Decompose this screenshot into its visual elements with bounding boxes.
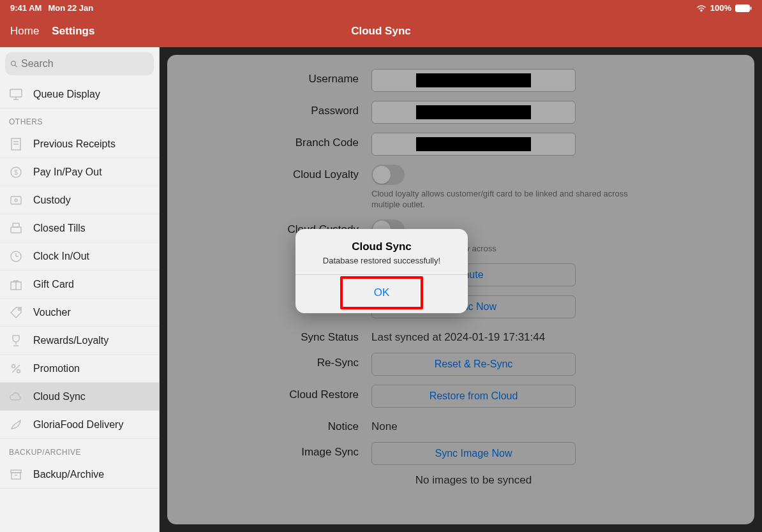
status-time: 9:41 AM xyxy=(10,3,41,13)
svg-rect-4 xyxy=(10,89,22,97)
svg-rect-15 xyxy=(13,223,19,227)
svg-rect-28 xyxy=(11,473,20,479)
sidebar-item-gloriafood[interactable]: GloriaFood Delivery xyxy=(0,411,159,439)
sidebar-item-label: Voucher xyxy=(33,307,71,318)
password-field[interactable] xyxy=(371,101,576,124)
sidebar-item-pay-in-out[interactable]: $Pay In/Pay Out xyxy=(0,158,159,186)
alert-ok-button[interactable]: OK xyxy=(343,279,421,307)
section-header-backup: BACKUP/ARCHIVE xyxy=(0,439,159,461)
svg-point-24 xyxy=(12,364,15,367)
branch-label: Branch Code xyxy=(167,133,371,149)
sidebar-item-label: Promotion xyxy=(33,363,80,374)
restore-from-cloud-button[interactable]: Restore from Cloud xyxy=(371,385,576,408)
sidebar-item-label: GloriaFood Delivery xyxy=(33,419,123,431)
password-label: Password xyxy=(167,101,371,117)
svg-point-25 xyxy=(17,369,20,373)
alert-title: Cloud Sync xyxy=(303,240,460,253)
svg-rect-1 xyxy=(751,7,752,10)
image-sync-label: Image Sync xyxy=(167,442,371,459)
sidebar-item-label: Pay In/Pay Out xyxy=(33,166,102,178)
svg-line-26 xyxy=(12,365,20,373)
status-date: Mon 22 Jan xyxy=(48,3,93,13)
svg-text:$: $ xyxy=(14,169,18,176)
search-input[interactable] xyxy=(21,58,149,70)
nav-home[interactable]: Home xyxy=(10,25,39,38)
svg-point-13 xyxy=(15,199,17,202)
till-icon xyxy=(8,220,24,237)
alert-dialog: Cloud Sync Database restored successfull… xyxy=(295,229,468,313)
sidebar-item-backup[interactable]: Backup/Archive xyxy=(0,461,159,489)
sidebar-item-closed-tills[interactable]: Closed Tills xyxy=(0,214,159,242)
leaf-icon xyxy=(8,417,24,433)
wifi-icon xyxy=(696,3,706,13)
resync-label: Re-Sync xyxy=(167,353,371,369)
cloud-icon xyxy=(8,388,24,405)
nav-settings[interactable]: Settings xyxy=(52,25,94,38)
tag-icon xyxy=(8,304,24,321)
sidebar-item-rewards[interactable]: Rewards/Loyalty xyxy=(0,327,159,355)
sidebar-item-queue-display[interactable]: Queue Display xyxy=(0,80,159,108)
sidebar-item-label: Closed Tills xyxy=(33,223,86,234)
username-field[interactable] xyxy=(371,69,576,92)
sidebar-item-promotion[interactable]: Promotion xyxy=(0,355,159,383)
gift-icon xyxy=(8,276,24,293)
svg-line-3 xyxy=(15,65,17,67)
cloud-loyalty-label: Cloud Loyalty xyxy=(167,165,371,181)
notice-label: Notice xyxy=(167,417,371,433)
sidebar-item-label: Clock In/Out xyxy=(33,251,89,262)
sidebar-item-label: Queue Display xyxy=(33,89,100,100)
display-icon xyxy=(8,86,24,103)
alert-message: Database restored successfully! xyxy=(303,256,460,265)
sidebar-item-label: Custody xyxy=(33,195,71,206)
page-title: Cloud Sync xyxy=(160,25,602,38)
sidebar-item-voucher[interactable]: Voucher xyxy=(0,299,159,327)
sidebar-item-label: Previous Receipts xyxy=(33,138,116,150)
svg-point-21 xyxy=(19,308,20,310)
sidebar-item-label: Backup/Archive xyxy=(33,469,104,480)
clock-icon xyxy=(8,248,24,265)
battery-icon xyxy=(735,3,752,13)
image-sync-status: No images to be synced xyxy=(371,474,576,487)
sidebar-item-label: Rewards/Loyalty xyxy=(33,335,108,346)
sidebar-item-custody[interactable]: Custody xyxy=(0,186,159,214)
sidebar-item-gift-card[interactable]: Gift Card xyxy=(0,270,159,299)
sidebar: Queue Display OTHERS Previous Receipts $… xyxy=(0,47,160,532)
percent-icon xyxy=(8,360,24,377)
notice-value: None xyxy=(371,417,576,433)
branch-field[interactable] xyxy=(371,133,576,156)
username-label: Username xyxy=(167,69,371,85)
nav-bar: Home Settings Cloud Sync xyxy=(0,15,762,47)
sidebar-item-label: Gift Card xyxy=(33,279,74,290)
sidebar-item-label: Cloud Sync xyxy=(33,391,86,403)
status-bar: 9:41 AM Mon 22 Jan 100% xyxy=(0,0,762,15)
redacted-value xyxy=(416,137,531,151)
status-battery: 100% xyxy=(710,3,731,13)
search-icon xyxy=(10,59,17,69)
sidebar-item-previous-receipts[interactable]: Previous Receipts xyxy=(0,130,159,158)
search-field[interactable] xyxy=(5,52,154,75)
sidebar-item-cloud-sync[interactable]: Cloud Sync xyxy=(0,383,159,411)
trophy-icon xyxy=(8,332,24,349)
archive-icon xyxy=(8,466,24,483)
sync-status-value: Last synced at 2024-01-19 17:31:44 xyxy=(371,327,576,344)
svg-rect-12 xyxy=(11,196,21,204)
cloud-loyalty-hint: Cloud loyalty allows customer/gift card … xyxy=(371,189,639,211)
section-header-others: OTHERS xyxy=(0,108,159,130)
receipt-icon xyxy=(8,136,24,152)
svg-rect-14 xyxy=(11,227,21,233)
sync-status-label: Sync Status xyxy=(167,327,371,344)
cloud-loyalty-toggle[interactable] xyxy=(371,165,405,185)
cash-icon: $ xyxy=(8,164,24,181)
reset-resync-button[interactable]: Reset & Re-Sync xyxy=(371,353,576,376)
redacted-value xyxy=(416,73,531,87)
custody-icon xyxy=(8,192,24,209)
sidebar-item-clock[interactable]: Clock In/Out xyxy=(0,242,159,270)
sync-image-now-button[interactable]: Sync Image Now xyxy=(371,442,576,465)
redacted-value xyxy=(416,105,531,119)
svg-rect-0 xyxy=(736,5,750,12)
restore-label: Cloud Restore xyxy=(167,385,371,401)
